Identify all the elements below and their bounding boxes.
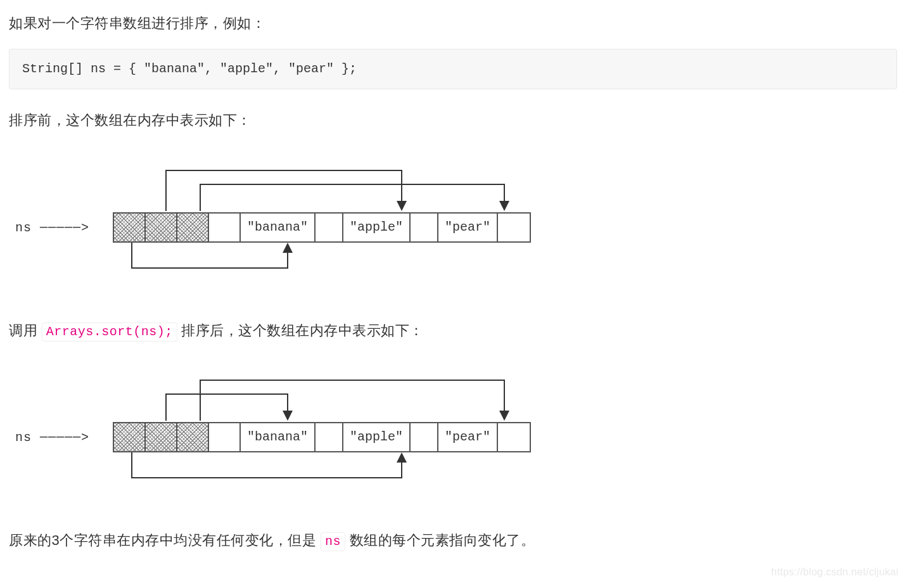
memory-cells: "banana" "apple" "pear" [113, 212, 531, 243]
heap-gap [411, 214, 438, 241]
inline-code-sort: Arrays.sort(ns); [42, 323, 177, 342]
heap-gap [411, 423, 438, 451]
string-pear: "pear" [438, 423, 498, 451]
array-slot-2 [177, 423, 209, 451]
ns-label: ns ─────> [15, 427, 89, 449]
code-block: String[] ns = { "banana", "apple", "pear… [9, 49, 897, 89]
array-slot-0 [114, 214, 146, 241]
heap-gap [498, 214, 530, 241]
heap-gap [209, 214, 241, 241]
array-slot-0 [114, 423, 146, 451]
array-slot-1 [146, 423, 177, 451]
heap-gap [316, 423, 343, 451]
text-after-code: 排序后，这个数组在内存中表示如下： [181, 323, 424, 338]
array-slot-2 [177, 214, 209, 241]
string-banana: "banana" [241, 214, 316, 241]
string-pear: "pear" [438, 214, 498, 241]
memory-cells: "banana" "apple" "pear" [113, 422, 531, 452]
array-slot-1 [146, 214, 177, 241]
text-before-code: 原来的3个字符串在内存中均没有任何变化，但是 [9, 532, 316, 548]
paragraph-after-sort: 调用 Arrays.sort(ns); 排序后，这个数组在内存中表示如下： [9, 319, 897, 342]
ns-label: ns ─────> [15, 217, 89, 239]
heap-gap [498, 423, 530, 451]
string-apple: "apple" [343, 423, 411, 451]
heap-gap [316, 214, 343, 241]
text-after-code: 数组的每个元素指向变化了。 [350, 532, 535, 548]
inline-code-ns: ns [321, 532, 345, 551]
paragraph-conclusion: 原来的3个字符串在内存中均没有任何变化，但是 ns 数组的每个元素指向变化了。 [9, 528, 897, 552]
paragraph-intro: 如果对一个字符串数组进行排序，例如： [9, 11, 897, 35]
paragraph-before-sort: 排序前，这个数组在内存中表示如下： [9, 108, 897, 132]
text-before-code: 调用 [9, 323, 37, 338]
diagram-after-sort: ns ─────> "banana" "apple" "pear" [9, 364, 897, 497]
watermark: https://blog.csdn.net/cljukai [771, 563, 898, 578]
string-banana: "banana" [241, 423, 316, 451]
string-apple: "apple" [343, 214, 411, 241]
heap-gap [209, 423, 241, 451]
diagram-before-sort: ns ─────> "banana" "apple" "pear" [9, 154, 897, 287]
